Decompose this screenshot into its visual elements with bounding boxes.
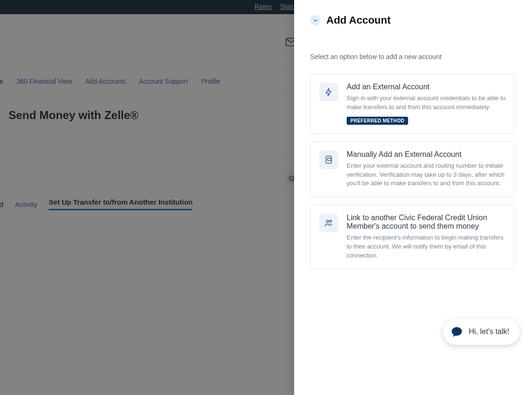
- lightning-icon: [319, 83, 338, 102]
- option-description: Sign in with your external account crede…: [347, 94, 507, 112]
- preferred-method-badge: PREFERRED METHOD: [347, 117, 408, 125]
- option-title: Add an External Account: [347, 83, 507, 91]
- option-link-member-account[interactable]: Link to another Civic Federal Credit Uni…: [310, 205, 516, 269]
- chat-label: Hi, let's talk!: [469, 327, 509, 336]
- svg-rect-3: [326, 156, 331, 163]
- svg-point-6: [330, 220, 331, 222]
- option-title: Link to another Civic Federal Credit Uni…: [347, 214, 507, 231]
- chat-widget[interactable]: Hi, let's talk!: [443, 318, 520, 345]
- modal-dim-overlay[interactable]: [0, 0, 294, 395]
- option-description: Enter your external account and routing …: [347, 162, 507, 189]
- panel-title: Add Account: [326, 14, 391, 26]
- option-description: Enter the recipient's information to beg…: [347, 233, 507, 260]
- svg-point-5: [326, 220, 329, 223]
- panel-subtitle: Select an option below to add a new acco…: [310, 53, 516, 60]
- option-add-external-account[interactable]: Add an External Account Sign in with you…: [310, 74, 516, 134]
- option-manually-add-external[interactable]: Manually Add an External Account Enter y…: [310, 141, 516, 198]
- document-icon: [319, 150, 338, 169]
- chat-bubble-icon: [451, 326, 463, 338]
- option-title: Manually Add an External Account: [347, 150, 507, 159]
- svg-rect-4: [328, 158, 331, 160]
- panel-header: Add Account: [310, 14, 516, 26]
- people-icon: [319, 214, 338, 232]
- collapse-icon[interactable]: [310, 15, 321, 26]
